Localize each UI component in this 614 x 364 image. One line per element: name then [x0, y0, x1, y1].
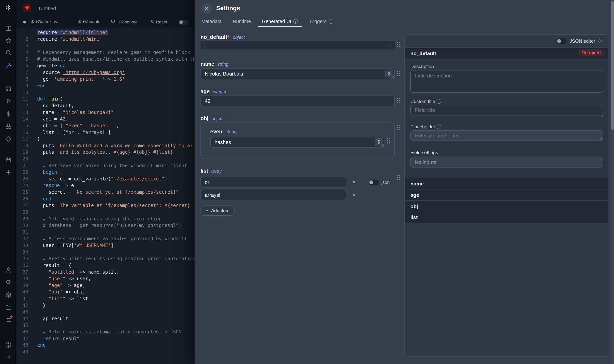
field-label-age: ageinteger — [200, 88, 226, 94]
add-variable-button[interactable]: $+Variable — [78, 19, 100, 24]
json-editor-toggle[interactable] — [556, 39, 566, 44]
drag-handle[interactable] — [397, 174, 401, 181]
name-field-wrap: $ — [200, 68, 395, 79]
placeholder-label: Placeholder ⓘ — [410, 124, 441, 130]
age-input[interactable] — [200, 95, 395, 106]
description-label: Description — [410, 64, 434, 69]
inspector-selected-row[interactable]: no_default Required — [405, 47, 608, 59]
scrollbar-thumb[interactable] — [611, 1, 614, 130]
obj-nested-box: evenstring $ — [200, 122, 395, 159]
add-item-button[interactable]: +Add item — [200, 206, 235, 216]
list-item-row: ✕ — [200, 177, 369, 188]
info-icon[interactable]: ⓘ — [599, 39, 603, 43]
script-title-input[interactable] — [38, 5, 137, 12]
mini-editor-line-number: 1 — [204, 41, 206, 49]
runs-play-icon[interactable] — [5, 97, 12, 104]
even-input[interactable] — [210, 137, 384, 148]
info-icon[interactable]: ⓘ — [328, 19, 333, 24]
placeholder-input[interactable] — [410, 130, 603, 141]
description-textarea[interactable] — [410, 70, 603, 93]
remove-item-icon[interactable]: ✕ — [351, 191, 357, 199]
json-editor-label: JSON editor — [570, 39, 595, 44]
help-icon[interactable] — [5, 341, 12, 349]
tab-runtime[interactable]: Runtime — [229, 17, 255, 27]
box-icon — [111, 19, 115, 24]
status-dot — [23, 21, 26, 24]
custom-title-label: Custom title ⓘ — [410, 99, 441, 104]
list-icon[interactable] — [5, 316, 12, 324]
list-item-input[interactable] — [200, 190, 346, 200]
custom-title-input[interactable] — [410, 105, 603, 116]
field-label-obj: objobject — [200, 116, 223, 121]
add-resource-button[interactable]: +Resource — [111, 19, 138, 24]
field-settings-value: No inputs — [410, 157, 603, 168]
reset-button[interactable]: ↻Reset — [151, 19, 167, 24]
app: ✻ ⚙ $+Context var $+Variable +Resource ↻… — [0, 0, 614, 364]
drawer-title: Settings — [216, 5, 240, 12]
notification-dot — [10, 315, 13, 318]
editor-gutter: 1234567891011121314151617181920212223242… — [16, 29, 28, 355]
folder-icon[interactable] — [5, 304, 12, 311]
inspector-panel: JSON editor ⓘ no_default Required Descri… — [405, 34, 608, 356]
code-editor[interactable]: 1234567891011121314151617181920212223242… — [16, 27, 195, 364]
resources-boxes-icon[interactable] — [5, 122, 12, 130]
inspector-field-row-list[interactable]: list — [405, 212, 608, 223]
inspector-field-row-age[interactable]: age — [405, 189, 608, 200]
drag-handle[interactable] — [397, 97, 401, 104]
field-settings-label: Field settings — [410, 150, 438, 156]
drag-handle[interactable] — [397, 125, 401, 131]
list-item-input[interactable] — [200, 177, 346, 188]
add-context-var-button[interactable]: $+Context var — [31, 19, 60, 24]
json-toggle-label: json — [381, 180, 390, 185]
field-label-name: namestring — [200, 61, 228, 67]
diff-toggle[interactable] — [179, 20, 188, 25]
fold-minus-icon[interactable] — [389, 45, 392, 45]
diff-icon[interactable]: ± — [192, 18, 194, 25]
cube-icon[interactable] — [5, 291, 12, 298]
info-icon[interactable]: ⓘ — [437, 99, 441, 104]
search-icon[interactable] — [5, 49, 12, 56]
list-item-row: ✕ — [200, 190, 369, 200]
no-default-json-editor[interactable]: 1 — [200, 41, 395, 49]
calendar-icon[interactable] — [5, 156, 12, 163]
json-toggle-wrap: json — [368, 180, 390, 185]
settings-gear-icon[interactable]: ⚙ — [5, 279, 12, 286]
tab-metadata[interactable]: Metadata — [197, 17, 226, 27]
collapse-arrow-icon[interactable] — [5, 353, 12, 361]
json-toggle[interactable] — [368, 180, 379, 185]
columns-icon[interactable] — [5, 25, 12, 32]
variables-dollar-icon[interactable] — [5, 110, 12, 117]
home-icon[interactable] — [5, 85, 12, 92]
close-icon[interactable]: ✕ — [202, 3, 212, 14]
settings-drawer: ✕ Settings Metadata Runtime Generated UI… — [195, 0, 614, 364]
settings-tabs: Metadata Runtime Generated UIⓘ Triggersⓘ — [197, 17, 611, 27]
user-icon[interactable] — [5, 266, 12, 273]
dollar-icon: $ — [31, 19, 34, 24]
ai-wand-icon[interactable] — [5, 62, 12, 69]
inspector-header: JSON editor ⓘ — [405, 35, 608, 47]
inspector-expanded: Description Custom title ⓘ Placeholder ⓘ… — [405, 59, 608, 178]
inspector-field-row-name[interactable]: name — [405, 178, 608, 189]
drag-handle[interactable] — [397, 41, 401, 48]
inspector-field-row-obj[interactable]: obj — [405, 200, 608, 212]
resize-grip[interactable] — [381, 144, 384, 147]
tab-triggers[interactable]: Triggersⓘ — [305, 17, 337, 27]
list-items: ✕✕ — [200, 177, 369, 200]
name-input[interactable] — [200, 68, 395, 79]
drag-handle[interactable] — [387, 138, 391, 144]
resize-grip[interactable] — [391, 76, 394, 78]
scrollbar-track[interactable] — [611, 0, 614, 364]
remove-item-icon[interactable]: ✕ — [351, 179, 357, 186]
inspector-rows: nameageobjlist — [405, 178, 608, 223]
info-icon[interactable]: ⓘ — [437, 124, 441, 130]
windmill-logo-icon[interactable]: ✻ — [5, 4, 12, 11]
info-icon[interactable]: ⓘ — [293, 19, 298, 24]
resize-grip[interactable] — [600, 137, 603, 141]
add-plus-icon[interactable] — [5, 169, 12, 176]
star-icon[interactable] — [5, 37, 12, 44]
diamond-icon[interactable] — [5, 135, 12, 142]
plus-icon: + — [206, 208, 208, 213]
tab-generated-ui[interactable]: Generated UIⓘ — [258, 17, 302, 27]
drag-handle[interactable] — [397, 71, 401, 77]
dollar-icon: $ — [78, 19, 80, 24]
